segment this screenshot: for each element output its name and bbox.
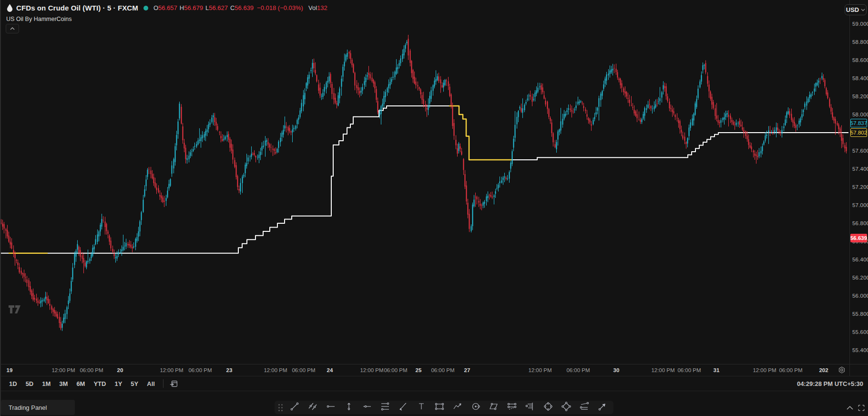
tool-trend-line[interactable] [287, 401, 302, 414]
price-tick: 57.200 [852, 184, 868, 190]
go-to-date-button[interactable] [167, 378, 181, 389]
fullscreen-icon [857, 404, 866, 412]
time-label: 06:00 PM [566, 367, 590, 373]
session-settings-icon[interactable] [837, 365, 847, 375]
time-label: 06:00 PM [431, 367, 454, 373]
last-price-label: 56.639 [850, 234, 867, 242]
chevron-down-icon [861, 9, 865, 11]
clock-timezone[interactable]: 04:29:28 PM UTC+5:30 [797, 380, 863, 387]
price-tick: 56.000 [852, 293, 868, 299]
time-label: 30 [613, 367, 620, 373]
chevron-up-icon [846, 406, 854, 410]
date-range-selector: 1D5D1M3M6MYTD1Y5YAll [5, 379, 159, 389]
indicator-price-label-lower: 57.802 [850, 128, 867, 137]
range-button-5y[interactable]: 5Y [126, 379, 143, 389]
chevron-up-icon [10, 27, 15, 31]
price-tick: 56.800 [852, 220, 868, 226]
time-label: 06:00 PM [677, 367, 701, 373]
fullscreen-button[interactable] [856, 403, 867, 413]
trail-stop-line-up[interactable] [511, 133, 848, 160]
ellipse-icon [470, 401, 481, 414]
tradingview-chart-window: CFDs on Crude Oil (WTI) · 5 · FXCM O56.6… [0, 0, 868, 416]
tradingview-logo[interactable] [9, 305, 20, 313]
time-label: 06:00 PM [80, 367, 103, 373]
tool-horizontal-ray[interactable] [324, 401, 338, 414]
circle-shape-icon [543, 401, 553, 414]
horizontal-ray-icon [326, 401, 336, 414]
tool-vertical-line[interactable] [342, 401, 356, 414]
range-button-5d[interactable]: 5D [21, 379, 38, 389]
indicator-price-label-upper: 57.837 [850, 119, 867, 127]
divider [163, 379, 163, 388]
trading-panel-tab[interactable]: Trading Panel [1, 400, 75, 415]
time-label: 06:00 PM [188, 367, 212, 373]
collapse-toolbar-button[interactable] [845, 403, 855, 413]
candle-wicks-down [1, 35, 847, 330]
tool-parallel-channel[interactable] [306, 401, 320, 414]
range-button-3m[interactable]: 3M [55, 379, 72, 389]
time-label: 202 [819, 367, 828, 373]
close-value: 56.639 [235, 4, 254, 11]
price-scale[interactable]: 59.00058.80058.60058.40058.20058.00057.6… [849, 0, 868, 364]
candle-wicks-up [41, 40, 822, 331]
candle-bodies-down [1, 39, 847, 328]
tool-horizontal-line[interactable] [360, 401, 374, 414]
range-button-all[interactable]: All [143, 379, 159, 389]
tool-pattern-xabcd[interactable] [505, 401, 519, 414]
ohlc-values: O56.657 H56.679 L56.627 C56.639 −0.018 (… [153, 4, 327, 11]
tool-parallelogram[interactable] [487, 401, 501, 414]
high-value: 56.679 [184, 4, 203, 11]
tool-disjoint-channel[interactable] [577, 401, 592, 414]
time-label: 12:00 PM [160, 367, 183, 373]
disjoint-channel-icon [579, 401, 590, 414]
symbol-title[interactable]: CFDs on Crude Oil (WTI) · 5 · FXCM [16, 4, 138, 12]
drag-handle[interactable] [278, 404, 283, 411]
trail-stop-line-down[interactable] [449, 106, 511, 160]
time-scale[interactable]: 1912:00 PM06:00 PM2012:00 PM06:00 PM2312… [0, 364, 849, 376]
arrow-marker-icon [597, 401, 608, 414]
go-to-date-icon [169, 379, 179, 388]
price-tick: 55.400 [852, 347, 868, 353]
range-button-1d[interactable]: 1D [5, 379, 21, 389]
tool-circle-shape[interactable] [541, 401, 555, 414]
time-label: 31 [714, 367, 720, 373]
volume-value: 132 [317, 4, 327, 11]
tool-ellipse[interactable] [469, 401, 483, 414]
time-label: 06:00 PM [292, 367, 315, 373]
text-icon [416, 401, 427, 414]
tool-polygon[interactable] [559, 401, 573, 414]
tool-text[interactable] [414, 401, 429, 414]
price-tick: 57.400 [852, 166, 868, 172]
collapse-indicator-button[interactable] [6, 24, 19, 33]
volume-profile-icon [525, 401, 535, 414]
range-button-ytd[interactable]: YTD [89, 379, 110, 389]
price-tick: 58.200 [852, 94, 868, 99]
market-status-dot[interactable] [143, 6, 148, 10]
trend-line-icon [289, 401, 300, 414]
trading-panel-label: Trading Panel [9, 404, 47, 411]
tool-volume-profile[interactable] [523, 401, 537, 414]
vertical-line-icon [344, 401, 354, 414]
tool-polyline[interactable] [450, 401, 465, 414]
time-label: 06:00 PM [779, 367, 802, 373]
range-button-1y[interactable]: 1Y [110, 379, 126, 389]
indicator-title[interactable]: US Oil By HammerCoins [6, 16, 72, 22]
tool-arrow-marker[interactable] [595, 401, 610, 414]
time-label: 25 [416, 367, 422, 373]
chart-canvas[interactable] [0, 0, 849, 364]
time-label: 06:00 PM [384, 367, 407, 373]
currency-selector-button[interactable]: USD [845, 4, 867, 15]
tool-rectangle[interactable] [432, 401, 447, 414]
tool-brush[interactable] [396, 401, 410, 414]
price-tick: 55.600 [852, 329, 868, 335]
bottom-status-bar: 1D5D1M3M6MYTD1Y5YAll 04:29:28 PM UTC+5:3… [0, 376, 868, 391]
price-tick: 57.600 [852, 148, 868, 154]
parallelogram-icon [489, 401, 499, 414]
tool-fib-retracement[interactable] [378, 401, 392, 414]
range-button-6m[interactable]: 6M [72, 379, 89, 389]
polygon-icon [561, 401, 572, 414]
open-value: 56.657 [158, 4, 177, 11]
axis-corner [849, 364, 868, 376]
range-button-1m[interactable]: 1M [38, 379, 55, 389]
bottom-toolbar: Trading Panel [0, 399, 868, 416]
